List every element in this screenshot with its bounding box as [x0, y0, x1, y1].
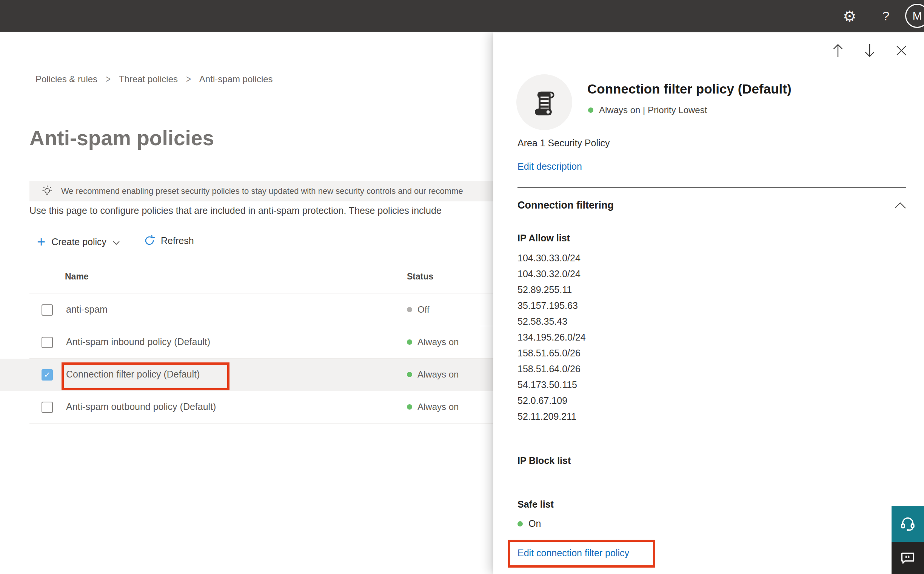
status-dot-on [407, 339, 412, 345]
status-text: Always on [418, 402, 459, 412]
arrow-up-icon [832, 43, 844, 58]
policy-name[interactable]: Anti-spam inbound policy (Default) [66, 336, 210, 347]
status-cell: Always on [407, 402, 459, 412]
row-checkbox[interactable] [41, 337, 53, 348]
flyout-controls [831, 43, 909, 58]
gear-icon[interactable]: ⚙ [837, 0, 863, 32]
avatar[interactable]: M [905, 4, 924, 28]
page-description: Use this page to configure policies that… [29, 205, 441, 216]
ip-address-item: 52.0.67.109 [517, 393, 586, 408]
banner-text: We recommend enabling preset security po… [61, 186, 463, 196]
next-item-button[interactable] [862, 43, 877, 58]
policy-details-flyout: Connection filter policy (Default) Alway… [493, 32, 924, 574]
safe-list-title: Safe list [517, 499, 554, 510]
breadcrumb-threat-policies[interactable]: Threat policies [119, 74, 178, 85]
annotation-highlight-policy-name [62, 363, 229, 390]
policy-name[interactable]: Anti-spam outbound policy (Default) [66, 401, 216, 412]
ip-allow-list-title: IP Allow list [517, 233, 570, 244]
chevron-right-icon: > [186, 73, 191, 86]
row-checkbox-checked[interactable]: ✓ [41, 369, 53, 380]
status-dot-on [407, 372, 412, 377]
flyout-title: Connection filter policy (Default) [587, 82, 791, 96]
status-text: Always on [418, 337, 459, 347]
ip-block-list-title: IP Block list [517, 455, 571, 466]
arrow-down-icon [863, 43, 876, 58]
status-cell: Always on [407, 369, 459, 380]
edit-connection-filter-policy-link[interactable]: Edit connection filter policy [517, 547, 629, 558]
breadcrumb-anti-spam-policies: Anti-spam policies [199, 74, 273, 85]
ip-address-item: 54.173.50.115 [517, 377, 586, 393]
section-title-connection-filtering: Connection filtering [517, 200, 614, 211]
help-icon[interactable]: ? [873, 0, 899, 32]
feedback-icon [899, 550, 916, 566]
ip-address-item: 104.30.33.0/24 [517, 250, 586, 266]
ip-address-item: 104.30.32.0/24 [517, 266, 586, 282]
status-dot-off [407, 307, 412, 312]
policy-description: Area 1 Security Policy [517, 138, 610, 148]
flyout-status-text: Always on | Priority Lowest [599, 105, 707, 115]
support-button[interactable] [892, 506, 924, 542]
top-navigation-bar: ⚙ ? M [0, 0, 924, 32]
breadcrumb: Policies & rules > Threat policies > Ant… [35, 74, 273, 85]
ip-address-item: 158.51.65.0/26 [517, 345, 586, 361]
previous-item-button[interactable] [831, 43, 845, 58]
safe-list-status-text: On [528, 518, 541, 529]
policy-name[interactable]: anti-spam [66, 304, 108, 315]
status-dot-on [407, 404, 412, 410]
status-text: Off [418, 304, 430, 315]
breadcrumb-policies-rules[interactable]: Policies & rules [35, 74, 97, 85]
toolbar: + Create policy Refresh [0, 235, 491, 251]
column-header-status[interactable]: Status [407, 271, 433, 282]
page-title: Anti-spam policies [29, 126, 214, 150]
close-flyout-button[interactable] [894, 43, 909, 58]
status-dot-on [517, 521, 523, 527]
lightbulb-icon [41, 185, 53, 197]
close-icon [895, 44, 907, 57]
headset-icon [899, 515, 916, 533]
ip-address-item: 52.89.255.11 [517, 282, 586, 298]
ip-address-item: 35.157.195.63 [517, 298, 586, 314]
refresh-button[interactable]: Refresh [144, 235, 194, 247]
chevron-up-icon[interactable] [894, 202, 906, 209]
row-checkbox[interactable] [41, 402, 53, 413]
section-divider [517, 187, 906, 188]
ip-address-item: 52.58.35.43 [517, 314, 586, 329]
ip-address-item: 52.11.209.211 [517, 408, 586, 424]
policy-scroll-icon [529, 87, 559, 117]
row-checkbox[interactable] [41, 304, 53, 316]
status-text: Always on [418, 369, 459, 380]
edit-description-link[interactable]: Edit description [517, 161, 582, 172]
plus-icon: + [37, 235, 45, 249]
chevron-down-icon [112, 241, 120, 245]
column-header-name[interactable]: Name [65, 271, 89, 282]
refresh-icon [144, 235, 155, 247]
chevron-right-icon: > [106, 73, 111, 86]
policy-icon-circle [516, 74, 572, 130]
ip-address-item: 134.195.26.0/24 [517, 329, 586, 345]
refresh-label: Refresh [161, 235, 194, 246]
app-window: ⚙ ? M Policies & rules > Threat policies… [0, 0, 924, 574]
create-policy-button[interactable]: + Create policy [37, 235, 120, 249]
safe-list-status: On [517, 518, 541, 529]
status-cell: Off [407, 304, 430, 315]
flyout-status: Always on | Priority Lowest [588, 105, 707, 115]
create-policy-label: Create policy [51, 237, 106, 248]
status-cell: Always on [407, 337, 459, 347]
ip-allow-list: 104.30.33.0/24104.30.32.0/2452.89.255.11… [517, 250, 586, 424]
ip-address-item: 158.51.64.0/26 [517, 361, 586, 377]
feedback-button[interactable] [892, 542, 924, 574]
status-dot-on [588, 107, 593, 113]
